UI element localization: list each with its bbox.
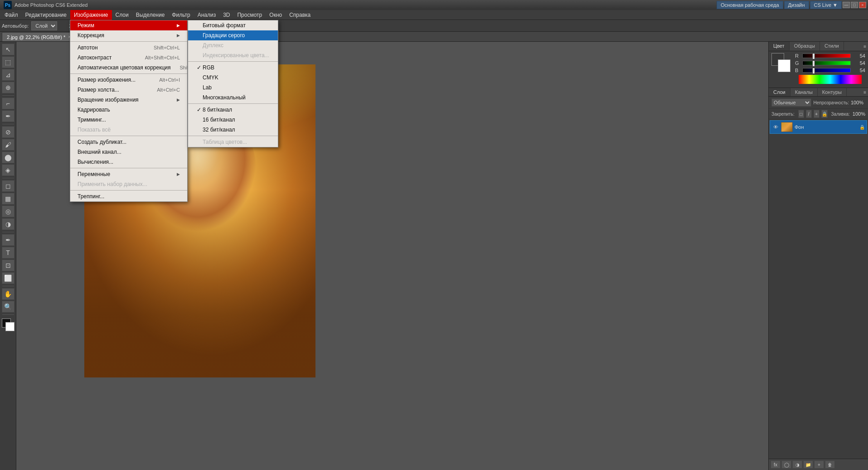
menu-selection[interactable]: Выделение [132, 10, 169, 20]
lock-position-btn[interactable]: + [814, 110, 820, 118]
dodge-tool[interactable]: ◑ [2, 218, 15, 230]
menu-variables-item[interactable]: Переменные [70, 169, 187, 179]
mode-indexed[interactable]: Индексированные цвета... [188, 50, 278, 60]
lock-all-btn[interactable]: 🔒 [821, 110, 828, 118]
menu-calculations-item[interactable]: Вычисления... [70, 157, 187, 167]
menu-file[interactable]: Файл [1, 10, 22, 20]
mode-duotone[interactable]: Дуплекс [188, 40, 278, 50]
menu-imagesize-item[interactable]: Размер изображения... Alt+Ctrl+I [70, 75, 187, 85]
autoselect-select[interactable]: Слой [31, 21, 57, 30]
blue-slider[interactable] [802, 68, 851, 73]
lock-transparent-btn[interactable]: □ [798, 110, 804, 118]
mode-grayscale[interactable]: Градации серого [188, 30, 278, 40]
menu-3d[interactable]: 3D [219, 10, 233, 20]
tab-swatches[interactable]: Образцы [790, 42, 820, 51]
fill-value: 100% [853, 111, 865, 117]
layer-delete-btn[interactable]: 🗑 [825, 460, 835, 469]
menu-window[interactable]: Окно [266, 10, 286, 20]
blur-tool[interactable]: ◎ [2, 206, 15, 217]
menu-filter[interactable]: Фильтр [168, 10, 194, 20]
zoom-tool[interactable]: 🔍 [2, 301, 15, 313]
menu-autocontrast-item[interactable]: Автоконтраст Alt+Shift+Ctrl+L [70, 53, 187, 63]
tab-styles[interactable]: Стили [820, 42, 844, 51]
layer-adjustment-btn[interactable]: ◑ [792, 460, 802, 469]
menu-help[interactable]: Справка [286, 10, 314, 20]
hand-tool[interactable]: ✋ [2, 288, 15, 300]
panel-collapse-icon[interactable]: ≡ [863, 44, 866, 49]
tab-paths[interactable]: Контуры [818, 88, 847, 96]
pen-tool[interactable]: ✒ [2, 234, 15, 246]
mode-bitmap[interactable]: Битовый формат [188, 20, 278, 30]
menu-view[interactable]: Просмотр [233, 10, 266, 20]
green-slider[interactable] [802, 61, 851, 65]
background-color[interactable] [5, 322, 15, 331]
color-swatch-bar[interactable] [799, 75, 862, 84]
green-thumb[interactable] [812, 60, 815, 67]
eraser-tool[interactable]: ◻ [2, 180, 15, 192]
blend-mode-select[interactable]: Обычные [771, 98, 811, 107]
menu-duplicate-item[interactable]: Создать дубликат... [70, 137, 187, 147]
menu-trapping-item[interactable]: Треппинг... [70, 191, 187, 201]
menu-revealall-item[interactable]: Показать всё [70, 125, 187, 135]
red-thumb[interactable] [812, 53, 815, 59]
menu-autocolor-item[interactable]: Автоматическая цветовая коррекция Shift+… [70, 63, 187, 73]
tab-color[interactable]: Цвет [769, 42, 790, 51]
workspace-button[interactable]: Основная рабочая среда [717, 1, 783, 9]
layer-new-btn[interactable]: + [814, 460, 824, 469]
mode-lab[interactable]: Lab [188, 83, 278, 93]
menu-trim-item[interactable]: Тримминг... [70, 115, 187, 125]
lasso-tool[interactable]: ⊿ [2, 69, 15, 81]
layer-group-btn[interactable]: 📁 [803, 460, 813, 469]
mode-cmyk[interactable]: CMYK [188, 73, 278, 83]
menu-mode-item[interactable]: Режим [70, 20, 187, 30]
maximize-button[interactable]: □ [851, 2, 858, 8]
mode-rgb[interactable]: ✓ RGB [188, 63, 278, 73]
menu-rotate-item[interactable]: Вращение изображения [70, 95, 187, 105]
menu-layers[interactable]: Слои [112, 10, 132, 20]
crop-tool[interactable]: ⌐ [2, 98, 15, 109]
menu-applyimage-item[interactable]: Внешний канал... [70, 147, 187, 157]
mode-8bit[interactable]: ✓ 8 бит/канал [188, 105, 278, 115]
lock-image-btn[interactable]: / [806, 110, 812, 118]
menu-image[interactable]: Изображение [70, 10, 112, 20]
tab-layers[interactable]: Слои [769, 88, 790, 96]
menu-analysis[interactable]: Анализ [194, 10, 220, 20]
mode-multichannel[interactable]: Многоканальный [188, 93, 278, 103]
path-tool[interactable]: ⊡ [2, 259, 15, 271]
document-tab[interactable]: 2.jpg @ 22,2% (RGB/8#) * × [2, 32, 76, 41]
red-slider[interactable] [802, 54, 851, 58]
tab-channels[interactable]: Каналы [790, 88, 818, 96]
menu-autotone-item[interactable]: Автотон Shift+Ctrl+L [70, 43, 187, 53]
shape-tool[interactable]: ⬜ [2, 272, 15, 284]
eyedropper-tool[interactable]: ✒ [2, 110, 15, 122]
menu-crop-item[interactable]: Кадрировать [70, 105, 187, 115]
color-picker[interactable] [2, 318, 15, 331]
layer-visibility-icon[interactable]: 👁 [772, 123, 779, 131]
quick-select-tool[interactable]: ⊕ [2, 82, 15, 93]
type-tool[interactable]: T [2, 247, 15, 259]
marquee-tool[interactable]: ⬚ [2, 56, 15, 68]
design-button[interactable]: Дизайн [784, 1, 809, 9]
close-button[interactable]: × [859, 2, 866, 8]
menu-applydataset-item[interactable]: Применить набор данных... [70, 179, 187, 189]
layers-panel-menu-icon[interactable]: ≡ [863, 90, 866, 95]
mode-16bit[interactable]: 16 бит/канал [188, 115, 278, 125]
menu-correction-item[interactable]: Коррекция [70, 30, 187, 40]
blue-thumb[interactable] [812, 68, 815, 74]
menu-canvassize-item[interactable]: Размер холста... Alt+Ctrl+C [70, 85, 187, 95]
mode-colortable[interactable]: Таблица цветов... [188, 137, 278, 147]
layer-item[interactable]: 👁 Фон 🔒 [770, 120, 867, 134]
history-tool[interactable]: ◈ [2, 164, 15, 176]
brush-tool[interactable]: 🖌 [2, 139, 15, 151]
gradient-tool[interactable]: ▦ [2, 193, 15, 205]
move-tool[interactable]: ↖ [2, 44, 15, 55]
healing-tool[interactable]: ⊘ [2, 126, 15, 138]
mode-32bit[interactable]: 32 бит/канал [188, 125, 278, 135]
cslive-button[interactable]: CS Live ▼ [810, 1, 842, 9]
layer-fx-btn[interactable]: fx [771, 460, 781, 469]
background-swatch[interactable] [778, 59, 790, 72]
clone-tool[interactable]: ⬤ [2, 152, 15, 163]
minimize-button[interactable]: — [843, 2, 850, 8]
layer-mask-btn[interactable]: ◯ [781, 460, 791, 469]
menu-edit[interactable]: Редактирование [22, 10, 70, 20]
